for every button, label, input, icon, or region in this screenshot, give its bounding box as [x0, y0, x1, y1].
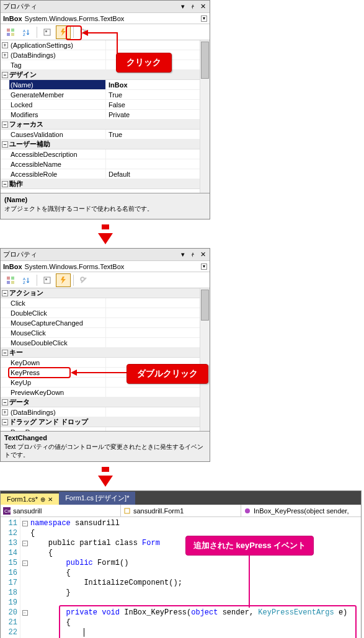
- category-design[interactable]: −デザイン: [1, 70, 210, 80]
- collapse-icon[interactable]: −: [2, 72, 8, 78]
- close-icon[interactable]: ✕: [198, 250, 207, 259]
- event-row[interactable]: PreviewKeyDown: [1, 388, 210, 397]
- svg-rect-1: [11, 29, 14, 32]
- dropdown-icon[interactable]: ▾: [179, 2, 187, 11]
- svg-rect-9: [11, 277, 14, 280]
- prop-row[interactable]: Tag: [1, 60, 210, 70]
- arrow-line: [77, 372, 127, 373]
- prop-row[interactable]: CausesValidationTrue: [1, 130, 210, 140]
- tab-form1cs-design[interactable]: Form1.cs [デザイン]*: [59, 492, 135, 505]
- svg-rect-2: [7, 33, 10, 36]
- pin-icon[interactable]: [189, 2, 197, 11]
- properties-button[interactable]: [40, 25, 55, 39]
- fold-gutter: − − − −: [20, 517, 29, 638]
- svg-rect-3: [11, 33, 14, 36]
- callout-doubleclick: ダブルクリック: [127, 364, 208, 384]
- description-box: (Name) オブジェクトを識別するコードで使われる名前です。: [1, 193, 210, 219]
- event-row[interactable]: MouseDoubleClick: [1, 338, 210, 348]
- prop-row[interactable]: ModifiersPrivate: [1, 110, 210, 120]
- svg-rect-7: [45, 30, 47, 32]
- svg-rect-11: [11, 281, 14, 284]
- categorized-button[interactable]: [3, 273, 18, 287]
- arrow-line: [88, 32, 118, 33]
- prop-row[interactable]: AccessibleDescription: [1, 149, 210, 159]
- properties-titlebar: プロパティ ▾ ✕: [1, 249, 210, 261]
- svg-rect-10: [7, 281, 10, 284]
- category-action[interactable]: −動作: [1, 179, 210, 189]
- prop-row[interactable]: +(DataBindings): [1, 50, 210, 60]
- alphabetical-button[interactable]: AZ: [19, 273, 34, 287]
- svg-rect-15: [45, 278, 47, 280]
- event-row[interactable]: MouseClick: [1, 328, 210, 338]
- fold-icon[interactable]: −: [22, 560, 28, 566]
- collapse-icon[interactable]: −: [2, 181, 8, 187]
- arrow-head: [82, 30, 88, 36]
- properties-titlebar: プロパティ ▾ ✕: [1, 1, 210, 13]
- properties-toolbar: AZ: [1, 272, 210, 288]
- panel-title: プロパティ: [3, 2, 179, 11]
- nav-project[interactable]: C#sansudrill: [1, 505, 121, 516]
- collapse-icon[interactable]: −: [2, 290, 8, 296]
- nav-method[interactable]: InBox_KeyPress(object sender,: [241, 505, 361, 516]
- description-box: TextChanged Text プロパティの値がコントロールで変更されたときに…: [1, 431, 210, 461]
- fold-icon[interactable]: −: [22, 610, 28, 616]
- collapse-icon[interactable]: −: [2, 141, 8, 148]
- fold-icon[interactable]: −: [22, 521, 28, 526]
- properties-button[interactable]: [40, 273, 55, 287]
- panel-title: プロパティ: [3, 250, 179, 259]
- scrollbar[interactable]: [200, 40, 210, 193]
- category-user[interactable]: −ユーザー補助: [1, 140, 210, 149]
- expand-icon[interactable]: +: [2, 52, 8, 58]
- pin-icon[interactable]: ⊕: [40, 496, 45, 503]
- fold-icon[interactable]: −: [22, 541, 28, 546]
- dropdown-icon[interactable]: ▾: [179, 250, 187, 259]
- categorized-button[interactable]: [3, 25, 18, 39]
- svg-point-19: [245, 508, 250, 513]
- prop-row[interactable]: AccessibleName: [1, 159, 210, 169]
- collapse-icon[interactable]: −: [2, 122, 8, 128]
- arrow-down: [0, 224, 210, 244]
- method-icon: [244, 507, 251, 515]
- collapse-icon[interactable]: −: [2, 399, 8, 405]
- svg-rect-8: [7, 277, 10, 280]
- line-gutter: 111213141516171819202122232425: [1, 517, 20, 638]
- tab-form1cs[interactable]: Form1.cs*⊕✕: [1, 494, 59, 505]
- pin-icon[interactable]: [189, 250, 197, 259]
- callout-click: クリック: [116, 53, 172, 73]
- category-key[interactable]: −キー: [1, 348, 210, 358]
- nav-class[interactable]: sansudrill.Form1: [121, 505, 241, 516]
- collapse-icon[interactable]: −: [2, 419, 8, 425]
- prop-row[interactable]: LockedFalse: [1, 100, 210, 110]
- prop-name-row[interactable]: (Name)InBox: [1, 80, 210, 90]
- event-row[interactable]: DoubleClick: [1, 308, 210, 318]
- events-button[interactable]: [56, 273, 71, 287]
- event-row[interactable]: Click: [1, 298, 210, 308]
- category-focus[interactable]: −フォーカス: [1, 120, 210, 130]
- tab-strip: Form1.cs*⊕✕ Form1.cs [デザイン]*: [1, 491, 361, 505]
- close-icon[interactable]: ✕: [198, 2, 207, 11]
- prop-row[interactable]: GenerateMemberTrue: [1, 90, 210, 100]
- class-icon: [123, 507, 131, 515]
- event-row[interactable]: MouseCaptureChanged: [1, 318, 210, 328]
- prop-row[interactable]: AccessibleRoleDefault: [1, 169, 210, 179]
- close-icon[interactable]: ✕: [48, 496, 53, 503]
- prop-row[interactable]: +(DataBindings): [1, 407, 210, 417]
- object-selector[interactable]: InBox System.Windows.Forms.TextBox ▾: [1, 13, 210, 24]
- object-selector[interactable]: InBox System.Windows.Forms.TextBox ▾: [1, 261, 210, 272]
- category-drag[interactable]: −ドラッグ アンド ドロップ: [1, 417, 210, 427]
- alphabetical-button[interactable]: AZ: [19, 25, 34, 39]
- svg-text:Z: Z: [23, 281, 25, 285]
- category-data[interactable]: −データ: [1, 397, 210, 407]
- expand-icon[interactable]: +: [2, 409, 8, 415]
- collapse-icon[interactable]: −: [2, 350, 8, 356]
- svg-rect-0: [7, 29, 10, 32]
- events-button[interactable]: [56, 25, 71, 39]
- wrench-button[interactable]: [76, 273, 91, 287]
- chevron-down-icon[interactable]: ▾: [201, 16, 207, 22]
- prop-row[interactable]: +(ApplicationSettings): [1, 40, 210, 50]
- category-action[interactable]: −アクション: [1, 288, 210, 298]
- chevron-down-icon[interactable]: ▾: [201, 264, 207, 270]
- event-row[interactable]: DragDrop: [1, 427, 210, 431]
- expand-icon[interactable]: +: [2, 42, 8, 48]
- scrollbar[interactable]: [200, 288, 210, 431]
